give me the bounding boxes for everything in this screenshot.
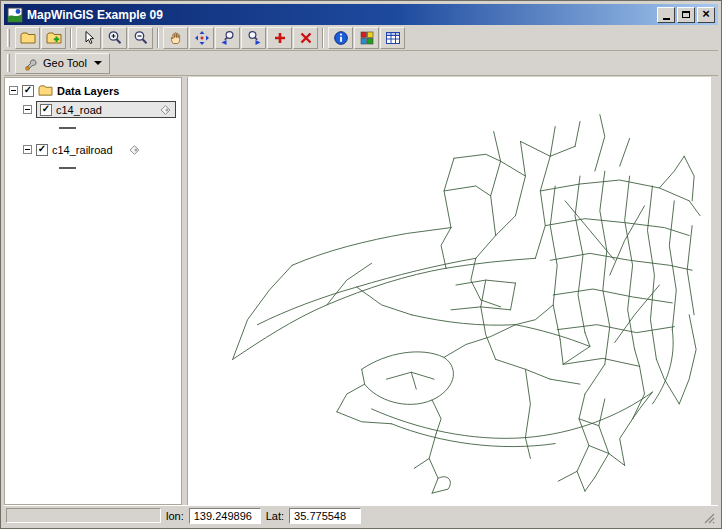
geo-tool-icon	[23, 56, 38, 71]
toolbar-grip[interactable]	[7, 29, 10, 47]
info-icon	[333, 30, 349, 46]
c14-road-checkbox[interactable]	[40, 104, 52, 116]
open-project-button[interactable]	[15, 27, 40, 49]
symbology-icon	[359, 30, 375, 46]
map-canvas[interactable]	[188, 77, 711, 505]
minimize-button[interactable]	[657, 7, 675, 23]
tree-node-c14-railroad[interactable]: c14_railroad	[23, 141, 179, 158]
zoom-previous-icon	[220, 30, 236, 46]
selected-layer-row[interactable]: c14_road	[36, 101, 176, 118]
close-icon: ×	[702, 9, 710, 19]
c14-road-legend	[59, 121, 179, 134]
marker-remove-icon	[298, 30, 314, 46]
map-area[interactable]	[187, 77, 711, 505]
pan-tool-button[interactable]	[163, 27, 188, 49]
line-symbol	[59, 167, 76, 169]
open-folder-icon	[20, 30, 36, 46]
maximize-button[interactable]	[677, 7, 695, 23]
add-layer-button[interactable]	[41, 27, 66, 49]
collapse-icon[interactable]	[9, 86, 18, 95]
zoom-out-button[interactable]	[128, 27, 153, 49]
resize-grip[interactable]	[702, 511, 716, 525]
app-window: MapWinGIS Example 09 ×	[0, 0, 722, 529]
maximize-icon	[682, 11, 690, 18]
content-area: Data Layers c14_road	[4, 77, 718, 505]
c14-railroad-checkbox[interactable]	[36, 144, 48, 156]
attribute-table-icon	[385, 30, 401, 46]
zoom-out-icon	[133, 30, 149, 46]
layers-panel: Data Layers c14_road	[4, 77, 182, 505]
marker-add-button[interactable]	[267, 27, 292, 49]
c14-railroad-label: c14_railroad	[52, 144, 113, 156]
line-symbol	[59, 127, 76, 129]
marker-add-icon	[272, 30, 288, 46]
geo-tool-label: Geo Tool	[43, 57, 87, 69]
titlebar[interactable]: MapWinGIS Example 09 ×	[4, 4, 718, 25]
info-button[interactable]	[328, 27, 353, 49]
zoom-extent-button[interactable]	[189, 27, 214, 49]
collapse-icon[interactable]	[23, 105, 32, 114]
data-layers-checkbox[interactable]	[22, 85, 34, 97]
status-message-panel	[6, 508, 161, 523]
window-title: MapWinGIS Example 09	[27, 8, 653, 22]
add-folder-icon	[46, 30, 62, 46]
tag-icon[interactable]	[127, 143, 141, 157]
c14-railroad-legend	[59, 161, 179, 174]
cursor-icon	[81, 30, 97, 46]
lon-label: lon:	[166, 510, 184, 522]
folder-icon	[38, 84, 53, 97]
zoom-in-button[interactable]	[102, 27, 127, 49]
collapse-icon[interactable]	[23, 145, 32, 154]
c14-road-label: c14_road	[56, 104, 102, 116]
chevron-down-icon	[94, 61, 102, 65]
road-network	[233, 115, 700, 493]
symbology-button[interactable]	[354, 27, 379, 49]
pointer-tool-button[interactable]	[76, 27, 101, 49]
marker-remove-button[interactable]	[293, 27, 318, 49]
lon-input[interactable]	[189, 508, 261, 524]
window-controls: ×	[657, 7, 715, 23]
toolbar-separator	[70, 28, 72, 48]
minimize-icon	[663, 18, 670, 20]
right-margin	[711, 77, 718, 505]
lat-input[interactable]	[289, 508, 361, 524]
tag-icon[interactable]	[158, 103, 172, 117]
close-button[interactable]: ×	[697, 7, 715, 23]
attribute-table-button[interactable]	[380, 27, 405, 49]
main-toolbar	[4, 25, 718, 51]
status-bar: lon: Lat:	[4, 505, 718, 525]
hand-icon	[168, 30, 184, 46]
toolbar-separator	[157, 28, 159, 48]
app-icon	[7, 7, 23, 23]
zoom-in-icon	[107, 30, 123, 46]
data-layers-label: Data Layers	[57, 85, 119, 97]
geo-toolbar: Geo Tool	[4, 51, 718, 76]
toolbar-separator	[322, 28, 324, 48]
tree-node-c14-road[interactable]: c14_road	[23, 101, 179, 118]
toolbar-grip[interactable]	[7, 54, 10, 72]
zoom-previous-button[interactable]	[215, 27, 240, 49]
zoom-next-button[interactable]	[241, 27, 266, 49]
geo-tool-button[interactable]: Geo Tool	[15, 53, 110, 74]
lat-label: Lat:	[266, 510, 284, 522]
zoom-extent-icon	[194, 30, 210, 46]
tree-node-data-layers[interactable]: Data Layers	[9, 82, 179, 99]
zoom-next-icon	[246, 30, 262, 46]
